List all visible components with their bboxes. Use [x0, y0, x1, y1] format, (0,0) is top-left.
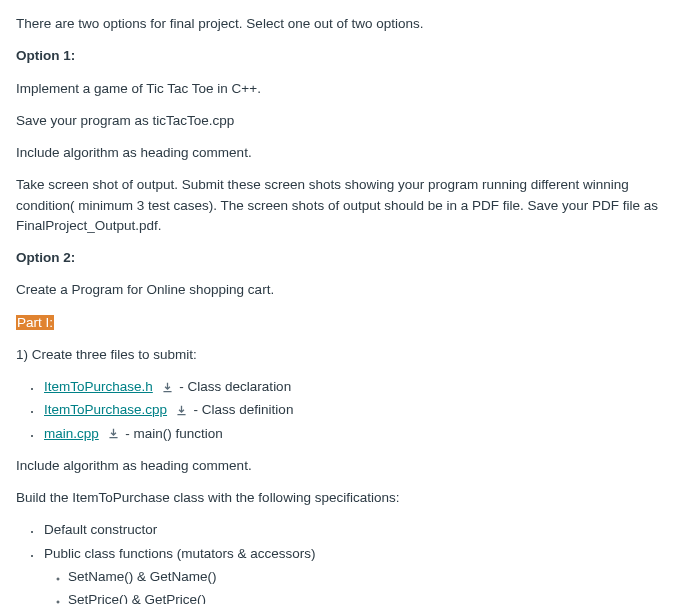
part-highlight: Part I:	[16, 315, 54, 330]
file-desc: - Class declaration	[179, 379, 291, 394]
download-icon[interactable]	[161, 381, 174, 394]
list-item: Public class functions (mutators & acces…	[42, 544, 671, 605]
option1-line1: Implement a game of Tic Tac Toe in C++.	[16, 79, 671, 99]
option1-line4: Take screen shot of output. Submit these…	[16, 175, 671, 236]
option2-line1: Create a Program for Online shopping car…	[16, 280, 671, 300]
intro-text: There are two options for final project.…	[16, 14, 671, 34]
spec-list: Default constructor Public class functio…	[16, 520, 671, 604]
file-list: ItemToPurchase.h - Class declaration Ite…	[16, 377, 671, 444]
list-item: ItemToPurchase.cpp - Class definition	[42, 400, 671, 420]
spec-label: Public class functions (mutators & acces…	[44, 546, 316, 561]
download-icon[interactable]	[175, 404, 188, 417]
list-item: Default constructor	[42, 520, 671, 540]
file-link-header[interactable]: ItemToPurchase.h	[44, 379, 153, 394]
file-desc: - Class definition	[194, 402, 294, 417]
file-link-main[interactable]: main.cpp	[44, 426, 99, 441]
list-item: main.cpp - main() function	[42, 424, 671, 444]
option2-heading: Option 2:	[16, 248, 671, 268]
file-desc: - main() function	[125, 426, 223, 441]
download-icon[interactable]	[107, 427, 120, 440]
spec-sublist-functions: SetName() & GetName() SetPrice() & GetPr…	[44, 567, 671, 604]
list-item: ItemToPurchase.h - Class declaration	[42, 377, 671, 397]
create-files-text: 1) Create three files to submit:	[16, 345, 671, 365]
build-class-text: Build the ItemToPurchase class with the …	[16, 488, 671, 508]
option1-line2: Save your program as ticTacToe.cpp	[16, 111, 671, 131]
list-item: SetPrice() & GetPrice()	[68, 590, 671, 604]
include-algo-text: Include algorithm as heading comment.	[16, 456, 671, 476]
part-label: Part I:	[16, 313, 671, 333]
list-item: SetName() & GetName()	[68, 567, 671, 587]
file-link-cpp[interactable]: ItemToPurchase.cpp	[44, 402, 167, 417]
option1-heading: Option 1:	[16, 46, 671, 66]
option1-line3: Include algorithm as heading comment.	[16, 143, 671, 163]
